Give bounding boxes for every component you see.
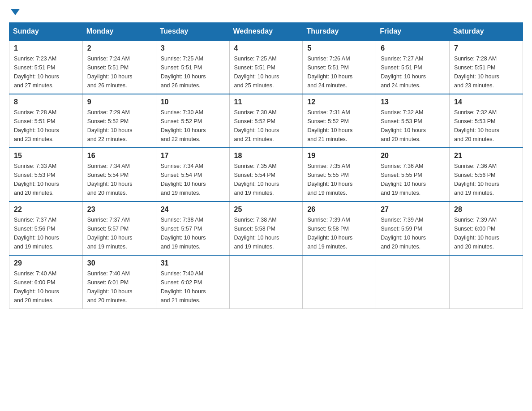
day-number: 14 (454, 98, 518, 106)
day-info: Sunrise: 7:37 AM Sunset: 5:57 PM Dayligh… (87, 215, 151, 251)
calendar-cell: 9 Sunrise: 7:29 AM Sunset: 5:52 PM Dayli… (82, 94, 156, 148)
calendar-cell: 2 Sunrise: 7:24 AM Sunset: 5:51 PM Dayli… (82, 40, 156, 94)
calendar-cell: 28 Sunrise: 7:39 AM Sunset: 6:00 PM Dayl… (450, 201, 523, 255)
header-friday: Friday (376, 23, 450, 41)
calendar-cell: 19 Sunrise: 7:35 AM Sunset: 5:55 PM Dayl… (303, 148, 376, 201)
calendar-cell: 15 Sunrise: 7:33 AM Sunset: 5:53 PM Dayl… (9, 148, 83, 201)
calendar-cell: 7 Sunrise: 7:28 AM Sunset: 5:51 PM Dayli… (450, 40, 523, 94)
calendar-cell (229, 255, 303, 309)
calendar-cell: 30 Sunrise: 7:40 AM Sunset: 6:01 PM Dayl… (82, 255, 156, 309)
day-info: Sunrise: 7:35 AM Sunset: 5:54 PM Dayligh… (234, 162, 298, 197)
day-number: 31 (161, 259, 225, 267)
day-number: 15 (14, 152, 78, 160)
day-number: 28 (454, 206, 518, 214)
calendar-cell: 1 Sunrise: 7:23 AM Sunset: 5:51 PM Dayli… (9, 40, 83, 94)
day-number: 10 (161, 98, 225, 106)
calendar-table: Sunday Monday Tuesday Wednesday Thursday… (9, 22, 523, 309)
day-info: Sunrise: 7:26 AM Sunset: 5:51 PM Dayligh… (307, 54, 371, 90)
day-info: Sunrise: 7:40 AM Sunset: 6:01 PM Dayligh… (87, 269, 151, 305)
calendar-cell: 13 Sunrise: 7:32 AM Sunset: 5:53 PM Dayl… (376, 94, 450, 148)
day-number: 4 (234, 44, 298, 52)
day-number: 22 (14, 206, 78, 214)
calendar-cell (450, 255, 523, 309)
day-number: 25 (234, 206, 298, 214)
day-number: 5 (307, 44, 371, 52)
calendar-week-2: 8 Sunrise: 7:28 AM Sunset: 5:51 PM Dayli… (9, 94, 523, 148)
day-info: Sunrise: 7:35 AM Sunset: 5:55 PM Dayligh… (307, 162, 371, 197)
day-info: Sunrise: 7:30 AM Sunset: 5:52 PM Dayligh… (234, 108, 298, 144)
day-number: 29 (14, 259, 78, 267)
calendar-week-3: 15 Sunrise: 7:33 AM Sunset: 5:53 PM Dayl… (9, 148, 523, 201)
day-number: 7 (454, 44, 518, 52)
calendar-cell: 5 Sunrise: 7:26 AM Sunset: 5:51 PM Dayli… (303, 40, 376, 94)
calendar-week-5: 29 Sunrise: 7:40 AM Sunset: 6:00 PM Dayl… (9, 255, 523, 309)
day-number: 3 (161, 44, 225, 52)
calendar-cell: 22 Sunrise: 7:37 AM Sunset: 5:56 PM Dayl… (9, 201, 83, 255)
day-info: Sunrise: 7:39 AM Sunset: 6:00 PM Dayligh… (454, 215, 518, 251)
calendar-cell: 4 Sunrise: 7:25 AM Sunset: 5:51 PM Dayli… (229, 40, 303, 94)
calendar-header: Sunday Monday Tuesday Wednesday Thursday… (9, 23, 523, 41)
day-number: 30 (87, 259, 151, 267)
day-info: Sunrise: 7:39 AM Sunset: 5:59 PM Dayligh… (381, 215, 445, 251)
calendar-cell (303, 255, 376, 309)
calendar-cell: 16 Sunrise: 7:34 AM Sunset: 5:54 PM Dayl… (82, 148, 156, 201)
day-number: 6 (381, 44, 445, 52)
day-number: 12 (307, 98, 371, 106)
day-info: Sunrise: 7:23 AM Sunset: 5:51 PM Dayligh… (14, 54, 78, 90)
day-number: 18 (234, 152, 298, 160)
calendar-cell: 14 Sunrise: 7:32 AM Sunset: 5:53 PM Dayl… (450, 94, 523, 148)
calendar-cell: 10 Sunrise: 7:30 AM Sunset: 5:52 PM Dayl… (156, 94, 229, 148)
day-number: 16 (87, 152, 151, 160)
day-number: 1 (14, 44, 78, 52)
header-row: Sunday Monday Tuesday Wednesday Thursday… (9, 23, 523, 41)
day-number: 21 (454, 152, 518, 160)
header-saturday: Saturday (450, 23, 523, 41)
day-number: 27 (381, 206, 445, 214)
day-number: 8 (14, 98, 78, 106)
header-sunday: Sunday (9, 23, 83, 41)
calendar-body: 1 Sunrise: 7:23 AM Sunset: 5:51 PM Dayli… (9, 40, 523, 309)
day-info: Sunrise: 7:40 AM Sunset: 6:02 PM Dayligh… (161, 269, 225, 305)
calendar-cell: 20 Sunrise: 7:36 AM Sunset: 5:55 PM Dayl… (376, 148, 450, 201)
header-monday: Monday (82, 23, 156, 41)
calendar-cell: 27 Sunrise: 7:39 AM Sunset: 5:59 PM Dayl… (376, 201, 450, 255)
header-tuesday: Tuesday (156, 23, 229, 41)
calendar-cell: 17 Sunrise: 7:34 AM Sunset: 5:54 PM Dayl… (156, 148, 229, 201)
day-info: Sunrise: 7:25 AM Sunset: 5:51 PM Dayligh… (161, 54, 225, 90)
day-number: 9 (87, 98, 151, 106)
calendar-cell: 8 Sunrise: 7:28 AM Sunset: 5:51 PM Dayli… (9, 94, 83, 148)
day-info: Sunrise: 7:37 AM Sunset: 5:56 PM Dayligh… (14, 215, 78, 251)
day-info: Sunrise: 7:27 AM Sunset: 5:51 PM Dayligh… (381, 54, 445, 90)
calendar-cell: 25 Sunrise: 7:38 AM Sunset: 5:58 PM Dayl… (229, 201, 303, 255)
day-info: Sunrise: 7:29 AM Sunset: 5:52 PM Dayligh… (87, 108, 151, 144)
calendar-cell: 6 Sunrise: 7:27 AM Sunset: 5:51 PM Dayli… (376, 40, 450, 94)
day-info: Sunrise: 7:24 AM Sunset: 5:51 PM Dayligh… (87, 54, 151, 90)
page-header (9, 9, 523, 15)
day-number: 19 (307, 152, 371, 160)
day-number: 26 (307, 206, 371, 214)
calendar-cell: 24 Sunrise: 7:38 AM Sunset: 5:57 PM Dayl… (156, 201, 229, 255)
day-info: Sunrise: 7:40 AM Sunset: 6:00 PM Dayligh… (14, 269, 78, 305)
day-info: Sunrise: 7:25 AM Sunset: 5:51 PM Dayligh… (234, 54, 298, 90)
calendar-cell: 21 Sunrise: 7:36 AM Sunset: 5:56 PM Dayl… (450, 148, 523, 201)
day-info: Sunrise: 7:30 AM Sunset: 5:52 PM Dayligh… (161, 108, 225, 144)
calendar-cell: 18 Sunrise: 7:35 AM Sunset: 5:54 PM Dayl… (229, 148, 303, 201)
day-info: Sunrise: 7:32 AM Sunset: 5:53 PM Dayligh… (454, 108, 518, 144)
calendar-cell (376, 255, 450, 309)
logo-triangle-icon (11, 9, 20, 15)
day-info: Sunrise: 7:33 AM Sunset: 5:53 PM Dayligh… (14, 162, 78, 197)
header-thursday: Thursday (303, 23, 376, 41)
day-info: Sunrise: 7:36 AM Sunset: 5:55 PM Dayligh… (381, 162, 445, 197)
day-info: Sunrise: 7:34 AM Sunset: 5:54 PM Dayligh… (161, 162, 225, 197)
day-number: 11 (234, 98, 298, 106)
calendar-cell: 31 Sunrise: 7:40 AM Sunset: 6:02 PM Dayl… (156, 255, 229, 309)
day-number: 20 (381, 152, 445, 160)
day-info: Sunrise: 7:34 AM Sunset: 5:54 PM Dayligh… (87, 162, 151, 197)
calendar-cell: 26 Sunrise: 7:39 AM Sunset: 5:58 PM Dayl… (303, 201, 376, 255)
calendar-week-4: 22 Sunrise: 7:37 AM Sunset: 5:56 PM Dayl… (9, 201, 523, 255)
calendar-cell: 12 Sunrise: 7:31 AM Sunset: 5:52 PM Dayl… (303, 94, 376, 148)
day-number: 23 (87, 206, 151, 214)
calendar-week-1: 1 Sunrise: 7:23 AM Sunset: 5:51 PM Dayli… (9, 40, 523, 94)
day-info: Sunrise: 7:36 AM Sunset: 5:56 PM Dayligh… (454, 162, 518, 197)
day-number: 13 (381, 98, 445, 106)
